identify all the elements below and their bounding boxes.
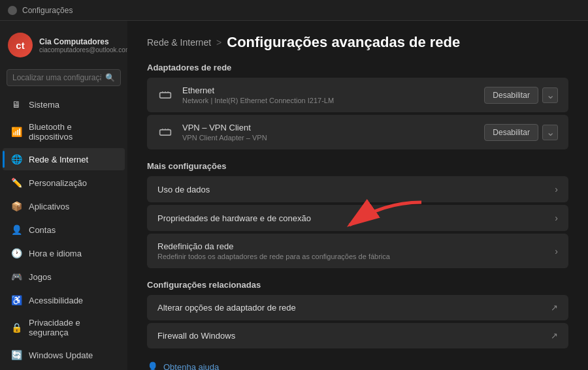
profile-section[interactable]: ct Cia Computadores ciacomputadores@outl… [0, 26, 127, 67]
sidebar-item-label: Windows Update [29, 350, 93, 360]
search-icon: 🔍 [105, 73, 115, 82]
footer-links: 👤 Obtenha ajuda 📝 Enviar comentários [147, 362, 568, 370]
vpn-title: VPN – VPN Client [182, 123, 475, 132]
vpn-icon [157, 125, 173, 140]
ethernet-icon [157, 87, 173, 103]
adapter-ethernet-row[interactable]: Ethernet Network | Intel(R) Ethernet Con… [147, 78, 568, 112]
avatar-initials: ct [16, 40, 24, 51]
profile-info: Cia Computadores ciacomputadores@outlook… [39, 37, 127, 54]
aplicativos-icon: 📦 [10, 200, 22, 212]
sidebar-item-label: Bluetooth e dispositivos [29, 122, 117, 142]
ethernet-title: Ethernet [182, 85, 475, 95]
breadcrumb: Rede & Internet > Configurações avançada… [147, 34, 568, 51]
uso-dados-text: Uso de dados [157, 185, 546, 194]
profile-email: ciacomputadores@outlook.com [39, 46, 127, 54]
acessibilidade-icon: ♿ [10, 294, 22, 306]
firewall-external-icon: ↗ [551, 331, 558, 341]
propriedades-title: Propriedades de hardware e de conexão [157, 213, 546, 223]
sidebar-item-hora[interactable]: 🕐 Hora e idioma [3, 242, 125, 264]
ethernet-disable-button[interactable]: Desabilitar [484, 87, 538, 104]
ethernet-text: Ethernet Network | Intel(R) Ethernet Con… [182, 85, 475, 104]
alterar-opcoes-title: Alterar opções de adaptador de rede [157, 303, 542, 313]
sidebar-item-label: Sistema [29, 100, 59, 110]
help-link[interactable]: 👤 Obtenha ajuda [147, 362, 568, 370]
sidebar-item-label: Aplicativos [29, 202, 69, 211]
propriedades-text: Propriedades de hardware e de conexão [157, 213, 546, 223]
more-section-title: Mais configurações [147, 161, 568, 171]
vpn-text: VPN – VPN Client VPN Client Adapter – VP… [182, 123, 475, 142]
bluetooth-icon: 📶 [10, 126, 22, 138]
search-input[interactable] [12, 73, 101, 82]
alterar-opcoes-external-icon: ↗ [551, 303, 558, 313]
sidebar-item-contas[interactable]: 👤 Contas [3, 219, 125, 241]
content-area: Rede & Internet > Configurações avançada… [127, 21, 588, 370]
sidebar-item-sistema[interactable]: 🖥 Sistema [3, 93, 125, 116]
uso-dados-row[interactable]: Uso de dados › [147, 176, 568, 202]
related-section-title: Configurações relacionadas [147, 280, 568, 290]
sidebar-item-label: Personalização [29, 178, 87, 188]
vpn-disable-button[interactable]: Desabilitar [484, 124, 538, 141]
sidebar-item-label: Privacidade e segurança [29, 318, 117, 337]
titlebar-title: Configurações [22, 6, 73, 15]
sidebar-item-aplicativos[interactable]: 📦 Aplicativos [3, 195, 125, 217]
vpn-actions: Desabilitar ⌄ [484, 124, 558, 141]
app-icon [8, 6, 17, 15]
privacidade-icon: 🔒 [10, 322, 22, 333]
ethernet-expand-button[interactable]: ⌄ [542, 87, 558, 103]
vpn-subtitle: VPN Client Adapter – VPN [182, 134, 475, 142]
avatar: ct [8, 33, 33, 57]
breadcrumb-separator: > [216, 37, 221, 48]
adapters-section-title: Adaptadores de rede [147, 63, 568, 72]
redefinicao-title: Redefinição da rede [157, 241, 546, 251]
sidebar-item-rede[interactable]: 🌐 Rede & Internet [3, 148, 125, 170]
help-label: Obtenha ajuda [163, 362, 219, 371]
alterar-opcoes-text: Alterar opções de adaptador de rede [157, 303, 542, 313]
redefinicao-row[interactable]: Redefinição da rede Redefinir todos os a… [147, 234, 568, 268]
ethernet-actions: Desabilitar ⌄ [484, 87, 558, 104]
titlebar: Configurações [0, 0, 588, 21]
sidebar-item-jogos[interactable]: 🎮 Jogos [3, 266, 125, 288]
svg-rect-0 [160, 92, 171, 97]
sidebar-item-label: Hora e idioma [29, 249, 82, 258]
firewall-text: Firewall do Windows [157, 331, 542, 341]
sidebar-item-label: Rede & Internet [29, 155, 88, 164]
sidebar-item-acessibilidade[interactable]: ♿ Acessibilidade [3, 289, 125, 311]
contas-icon: 👤 [10, 224, 22, 236]
adapter-vpn-row[interactable]: VPN – VPN Client VPN Client Adapter – VP… [147, 115, 568, 149]
sidebar-item-privacidade[interactable]: 🔒 Privacidade e segurança [3, 313, 125, 343]
redefinicao-chevron: › [555, 246, 558, 256]
sidebar-item-bluetooth[interactable]: 📶 Bluetooth e dispositivos [3, 117, 125, 147]
alterar-opcoes-row[interactable]: Alterar opções de adaptador de rede ↗ [147, 295, 568, 320]
sistema-icon: 🖥 [10, 99, 22, 110]
ethernet-subtitle: Network | Intel(R) Ethernet Connection I… [182, 97, 475, 104]
sidebar-item-label: Contas [29, 225, 56, 235]
uso-dados-title: Uso de dados [157, 185, 546, 194]
uso-dados-chevron: › [555, 184, 558, 194]
jogos-icon: 🎮 [10, 271, 22, 283]
propriedades-row[interactable]: Propriedades de hardware e de conexão › [147, 205, 568, 231]
sidebar-item-label: Acessibilidade [29, 296, 83, 305]
sidebar-item-label: Jogos [29, 272, 52, 282]
vpn-expand-button[interactable]: ⌄ [542, 125, 558, 140]
windows-update-icon: 🔄 [10, 349, 22, 361]
breadcrumb-current: Configurações avançadas de rede [227, 34, 460, 51]
sidebar-item-windows-update[interactable]: 🔄 Windows Update [3, 344, 125, 366]
help-icon: 👤 [147, 362, 158, 370]
redefinicao-subtitle: Redefinir todos os adaptadores de rede p… [157, 253, 546, 260]
hora-icon: 🕐 [10, 247, 22, 259]
sidebar: ct Cia Computadores ciacomputadores@outl… [0, 21, 127, 370]
propriedades-chevron: › [555, 213, 558, 223]
rede-icon: 🌐 [10, 153, 22, 165]
firewall-title: Firewall do Windows [157, 331, 542, 341]
personalizacao-icon: ✏️ [10, 177, 22, 189]
sidebar-item-personalizacao[interactable]: ✏️ Personalização [3, 172, 125, 194]
firewall-row[interactable]: Firewall do Windows ↗ [147, 323, 568, 348]
svg-rect-4 [160, 129, 171, 134]
redefinicao-text: Redefinição da rede Redefinir todos os a… [157, 241, 546, 260]
search-box[interactable]: 🔍 [7, 69, 121, 86]
profile-name: Cia Computadores [39, 37, 127, 46]
breadcrumb-parent[interactable]: Rede & Internet [147, 37, 211, 48]
